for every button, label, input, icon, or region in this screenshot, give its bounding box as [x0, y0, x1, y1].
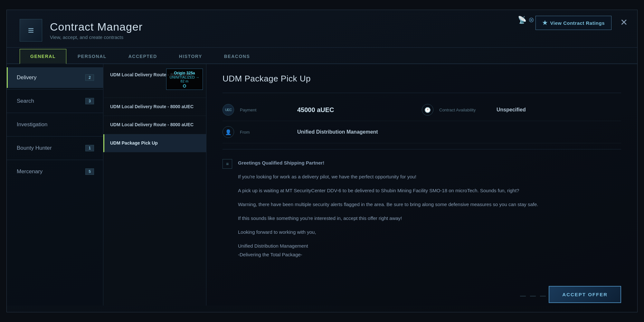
sidebar-item-bounty-hunter[interactable]: Bounty Hunter 1: [7, 138, 103, 158]
person-icon: 👤: [223, 126, 234, 138]
page-subtitle: View, accept, and create contracts: [50, 34, 143, 40]
tab-personal[interactable]: PERSONAL: [67, 49, 117, 63]
sidebar-divider-4: [7, 160, 103, 160]
body-p4: If this sounds like something you're int…: [238, 214, 621, 223]
antenna-icons: 📡 ⊗: [518, 16, 534, 24]
tab-history[interactable]: HISTORY: [168, 49, 213, 63]
body-p1: If you're looking for work as a delivery…: [238, 172, 621, 181]
header-icon: ≡: [20, 19, 42, 42]
body-p2: A pick up is waiting at MT SecurityCente…: [238, 186, 621, 195]
tab-row: GENERAL PERSONAL ACCEPTED HISTORY BEACON…: [7, 49, 637, 64]
document-icon: ≡: [223, 159, 232, 169]
list-item[interactable]: UDM Local Delivery Route - 8000 aUEC: [103, 116, 206, 134]
sidebar-item-delivery-label: Delivery: [17, 74, 36, 81]
tab-accepted[interactable]: ACCEPTED: [118, 49, 168, 63]
contract-manager-icon: ≡: [28, 24, 34, 36]
detail-body-text: Greetings Qualified Shipping Partner! If…: [238, 158, 621, 259]
sidebar-item-investigation-label: Investigation: [17, 121, 47, 128]
sidebar-item-search-badge: 3: [85, 98, 94, 104]
meta-row-availability: 🕐 Contract Availability Unspecified: [422, 99, 621, 121]
meta-payment-value: 45000 aUEC: [297, 106, 334, 114]
sidebar-item-delivery-badge: 2: [85, 74, 94, 81]
list-item[interactable]: UDM Package Pick Up: [103, 134, 206, 153]
header-text: Contract Manager View, accept, and creat…: [50, 21, 143, 40]
accept-offer-button[interactable]: ACCEPT OFFER: [549, 286, 621, 303]
sidebar-item-bounty-hunter-badge: 1: [85, 145, 94, 151]
meta-from-value: Unified Distribution Management: [297, 129, 378, 135]
meta-row-payment: UEC Payment 45000 aUEC: [223, 99, 422, 121]
sidebar-divider-1: [7, 89, 103, 90]
clock-icon: 🕐: [422, 104, 433, 116]
meta-availability-value: Unspecified: [497, 107, 526, 113]
meta-row-from: 👤 From Unified Distribution Management: [223, 121, 621, 143]
no-signal-icon: ⊗: [528, 16, 534, 24]
meta-from-label: From: [240, 130, 291, 135]
detail-divider-top: [223, 93, 621, 93]
map-dot: [183, 84, 186, 88]
contract-item-title: UDM Local Delivery Route - 8000 aUEC: [110, 122, 200, 128]
contract-item-title: UDM Local Delivery Route - 8000 aUEC: [110, 72, 200, 78]
sidebar-item-mercenary-badge: 5: [85, 168, 94, 175]
meta-availability-label: Contract Availability: [439, 108, 491, 112]
tab-general[interactable]: GENERAL: [20, 49, 66, 64]
list-item[interactable]: UDM Local Delivery Route - 8000 aUEC: [103, 98, 206, 116]
view-ratings-label: View Contract Ratings: [550, 20, 605, 26]
tab-beacons[interactable]: BEACONS: [213, 49, 261, 63]
body-p6: Unified Distribution Management-Deliveri…: [238, 242, 621, 259]
sidebar-item-mercenary-label: Mercenary: [17, 168, 43, 175]
detail-meta: UEC Payment 45000 aUEC 🕐 Contract Availa…: [223, 99, 621, 143]
sidebar-item-mercenary[interactable]: Mercenary 5: [7, 161, 103, 182]
contract-detail: UDM Package Pick Up UEC Payment 45000 aU…: [206, 64, 637, 306]
bottom-dashes: — — —: [520, 292, 547, 299]
map-distance: 82 m: [170, 79, 199, 83]
close-button[interactable]: ✕: [617, 16, 630, 29]
meta-payment-label: Payment: [240, 108, 291, 112]
view-ratings-button[interactable]: ★ View Contract Ratings: [535, 16, 611, 30]
star-icon: ★: [542, 19, 548, 26]
main-window: ✕ 📡 ⊗ ★ View Contract Ratings ≡ Contract…: [6, 10, 638, 312]
detail-body: ≡ Greetings Qualified Shipping Partner! …: [223, 158, 621, 259]
contract-item-title: UDM Local Delivery Route - 8000 aUEC: [110, 104, 200, 110]
body-greeting: Greetings Qualified Shipping Partner!: [238, 160, 324, 166]
sidebar-item-search-label: Search: [17, 98, 34, 104]
detail-divider-body: [223, 149, 621, 149]
sidebar-item-bounty-hunter-label: Bounty Hunter: [17, 145, 52, 151]
page-title: Contract Manager: [50, 21, 143, 33]
sidebar-item-investigation[interactable]: Investigation: [7, 114, 103, 135]
contract-list: UDM Local Delivery Route - 8000 aUEC Ori…: [103, 64, 206, 306]
body-p5: Looking forward to working with you,: [238, 228, 621, 236]
udm-icon: UEC: [223, 104, 234, 116]
detail-title: UDM Package Pick Up: [223, 74, 621, 84]
body-p3: Warning, there have been multiple securi…: [238, 200, 621, 209]
sidebar: Delivery 2 Search 3 Investigation Bounty…: [7, 64, 103, 306]
contract-item-title: UDM Package Pick Up: [110, 140, 200, 147]
sidebar-divider-3: [7, 136, 103, 137]
list-item[interactable]: UDM Local Delivery Route - 8000 aUEC Ori…: [103, 66, 206, 98]
main-layout: Delivery 2 Search 3 Investigation Bounty…: [7, 64, 637, 306]
sidebar-item-delivery[interactable]: Delivery 2: [7, 67, 103, 88]
antenna-icon: 📡: [518, 16, 526, 24]
sidebar-item-search[interactable]: Search 3: [7, 91, 103, 111]
sidebar-divider-2: [7, 113, 103, 113]
